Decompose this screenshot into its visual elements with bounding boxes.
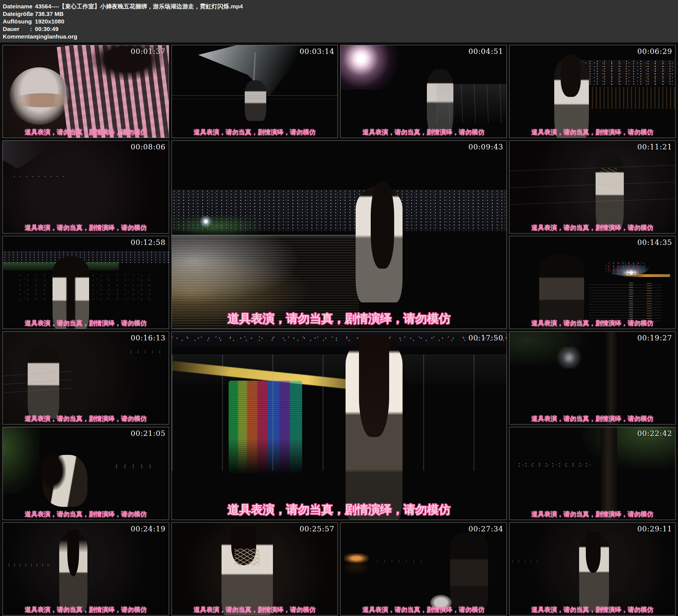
thumbnail-photo — [510, 141, 676, 233]
thumbnail-photo — [510, 427, 676, 519]
thumbnail-photo — [3, 332, 169, 424]
filename-value: 43564----【束心工作室】小婵夜晚五花捆绑，游乐场湖边游走，霓虹灯闪烁.m… — [35, 2, 675, 10]
photo-detail — [437, 84, 506, 123]
caption-overlay: 道具表演，请勿当真，剧情演绎，请勿模仿 — [3, 319, 169, 328]
photo-detail — [601, 427, 617, 519]
photo-detail — [127, 350, 164, 353]
thumbnail-photo — [3, 141, 169, 233]
photo-detail — [586, 532, 601, 573]
thumbnail-photo — [510, 523, 676, 615]
video-thumbnail: 00:14:35 道具表演，请勿当真，剧情演绎，请勿模仿 — [509, 236, 676, 329]
photo-detail — [172, 216, 259, 236]
file-info-row: Kommentar:qinglanhua.org — [3, 33, 675, 40]
photo-detail — [371, 182, 394, 269]
photo-detail — [67, 530, 79, 576]
timestamp-label: 00:01:37 — [131, 47, 166, 55]
timestamp-label: 00:03:14 — [299, 47, 334, 55]
thumbnail-photo — [3, 523, 169, 615]
photo-detail — [39, 451, 66, 490]
caption-overlay: 道具表演，请勿当真，剧情演绎，请勿模仿 — [510, 510, 676, 518]
field-separator: : — [30, 25, 35, 33]
video-thumbnail: 00:06:29 道具表演，请勿当真，剧情演绎，请勿模仿 — [509, 45, 676, 138]
field-label: Dateiname — [3, 2, 30, 10]
video-thumbnail: 00:11:21 道具表演，请勿当真，剧情演绎，请勿模仿 — [509, 141, 676, 233]
filesize-value: 738.37 MB — [35, 10, 675, 17]
photo-detail — [341, 45, 407, 90]
photo-detail — [359, 335, 389, 437]
caption-overlay: 道具表演，请勿当真，剧情演绎，请勿模仿 — [3, 605, 169, 614]
photo-detail — [604, 260, 649, 276]
timestamp-label: 00:29:11 — [637, 525, 672, 533]
caption-overlay: 道具表演，请勿当真，剧情演绎，请勿模仿 — [510, 605, 676, 614]
photo-detail — [3, 427, 39, 494]
video-thumbnail-large: 00:17:50 道具表演，请勿当真，剧情演绎，请勿模仿 — [172, 332, 507, 520]
caption-overlay: 道具表演，请勿当真，剧情演绎，请勿模仿 — [510, 414, 676, 423]
photo-detail — [6, 564, 52, 566]
screenshot-root: { "header": { "separator": ":", "rows": … — [0, 0, 678, 616]
caption-overlay: 道具表演，请勿当真，剧情演绎，请勿模仿 — [341, 605, 506, 614]
timestamp-label: 00:11:21 — [637, 143, 672, 151]
photo-detail — [52, 257, 89, 329]
video-thumbnail: 00:22:42 道具表演，请勿当真，剧情演绎，请勿模仿 — [509, 427, 676, 520]
photo-detail — [510, 560, 543, 563]
photo-detail — [112, 464, 155, 468]
timestamp-label: 00:24:19 — [131, 525, 166, 533]
thumbnail-photo — [172, 332, 506, 519]
field-separator: : — [30, 2, 35, 10]
video-thumbnail: 00:03:14 道具表演，请勿当真，剧情演绎，请勿模仿 — [172, 45, 338, 138]
timestamp-label: 00:22:42 — [637, 429, 672, 437]
video-thumbnail: 00:21:05 道具表演，请勿当真，剧情演绎，请勿模仿 — [2, 427, 169, 520]
thumbnail-photo — [3, 427, 169, 519]
caption-overlay: 道具表演，请勿当真，剧情演绎，请勿模仿 — [172, 502, 506, 517]
video-thumbnail: 00:24:19 道具表演，请勿当真，剧情演绎，请勿模仿 — [2, 523, 169, 615]
field-label: Dauer — [3, 25, 30, 33]
thumbnail-photo — [341, 45, 506, 138]
file-info-row: Dauer:00:30:49 — [3, 25, 675, 33]
timestamp-label: 00:04:51 — [468, 47, 503, 55]
timestamp-label: 00:08:06 — [131, 143, 166, 151]
timestamp-label: 00:09:43 — [468, 143, 503, 151]
photo-detail — [510, 164, 676, 204]
photo-detail — [516, 462, 592, 467]
caption-overlay: 道具表演，请勿当真，剧情演绎，请勿模仿 — [172, 311, 506, 326]
timestamp-label: 00:16:13 — [131, 334, 166, 342]
comment-value: qinglanhua.org — [35, 33, 675, 40]
thumbnail-photo — [172, 45, 338, 138]
thumbnail-photo — [341, 523, 506, 615]
photo-detail — [3, 141, 77, 168]
thumbnail-photo — [510, 236, 676, 329]
video-thumbnail: 00:27:34 道具表演，请勿当真，剧情演绎，请勿模仿 — [340, 523, 507, 615]
field-label: Dateigröße — [3, 10, 30, 17]
photo-detail — [510, 332, 596, 371]
timestamp-label: 00:19:27 — [637, 334, 672, 342]
thumbnail-photo — [3, 236, 169, 329]
photo-detail — [606, 332, 617, 424]
photo-detail — [11, 176, 64, 177]
field-separator: : — [30, 33, 35, 40]
video-thumbnail-large: 00:09:43 道具表演，请勿当真，剧情演绎，请勿模仿 — [172, 141, 507, 329]
field-separator: : — [30, 17, 35, 25]
file-info-row: Dateiname:43564----【束心工作室】小婵夜晚五花捆绑，游乐场湖边… — [3, 2, 675, 10]
photo-detail — [344, 553, 369, 563]
caption-overlay: 道具表演，请勿当真，剧情演绎，请勿模仿 — [3, 414, 169, 423]
video-thumbnail: 00:01:37 道具表演，请勿当真，剧情演绎，请勿模仿 — [2, 45, 169, 138]
caption-overlay: 道具表演，请勿当真，剧情演绎，请勿模仿 — [172, 128, 338, 137]
field-label: Kommentar — [3, 33, 30, 40]
video-thumbnail: 00:08:06 道具表演，请勿当真，剧情演绎，请勿模仿 — [2, 141, 169, 233]
file-info-row: Dateigröße:738.37 MB — [3, 10, 675, 17]
photo-detail — [245, 80, 266, 121]
caption-overlay: 道具表演，请勿当真，剧情演绎，请勿模仿 — [3, 128, 169, 137]
caption-overlay: 道具表演，请勿当真，剧情演绎，请勿模仿 — [3, 223, 169, 232]
thumbnail-photo — [172, 141, 506, 329]
photo-detail — [579, 60, 675, 85]
photo-detail — [235, 549, 260, 566]
photo-detail — [589, 282, 662, 321]
video-thumbnail: 00:29:11 道具表演，请勿当真，剧情演绎，请勿模仿 — [509, 523, 676, 615]
video-thumbnail: 00:25:57 道具表演，请勿当真，剧情演绎，请勿模仿 — [172, 523, 338, 615]
photo-detail — [561, 54, 580, 97]
timestamp-label: 00:14:35 — [637, 238, 672, 246]
photo-detail — [172, 354, 506, 471]
timestamp-label: 00:12:58 — [131, 238, 166, 246]
timestamp-label: 00:25:57 — [299, 525, 334, 533]
caption-overlay: 道具表演，请勿当真，剧情演绎，请勿模仿 — [3, 510, 169, 518]
